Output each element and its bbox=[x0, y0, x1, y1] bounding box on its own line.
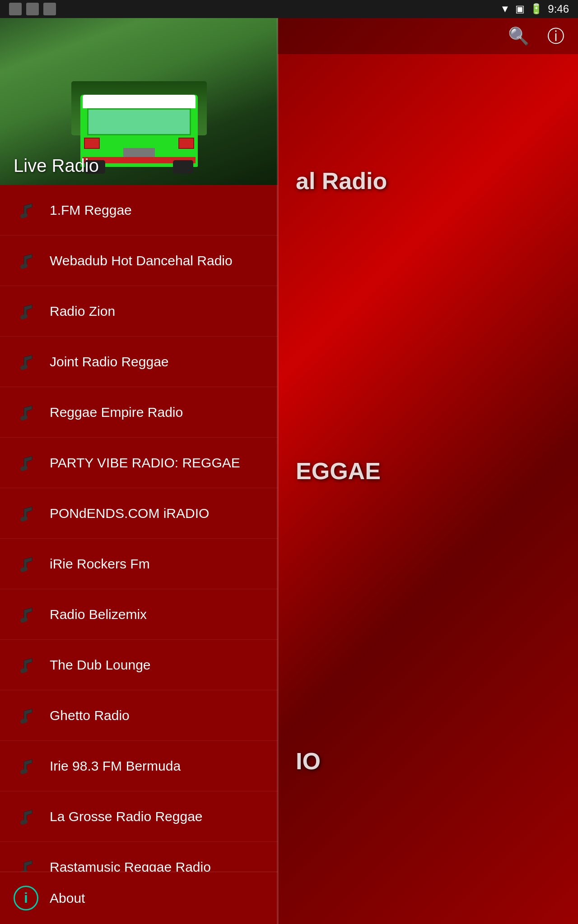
status-icon-1 bbox=[9, 3, 22, 15]
menu-item-dub-lounge[interactable]: The Dub Lounge bbox=[0, 640, 278, 690]
menu-item-label: Reggae Empire Radio bbox=[50, 403, 183, 421]
music-note-icon bbox=[14, 855, 38, 872]
music-note-icon bbox=[14, 501, 38, 526]
menu-item-la-grosse[interactable]: La Grosse Radio Reggae bbox=[0, 791, 278, 842]
panel-divider bbox=[277, 18, 279, 924]
right-panel-background: al Radio EGGAE IO bbox=[278, 18, 578, 924]
music-note-icon bbox=[14, 248, 38, 273]
menu-item-1fm-reggae[interactable]: 1.FM Reggae bbox=[0, 185, 278, 236]
about-icon: i bbox=[14, 886, 38, 910]
menu-item-label: Ghetto Radio bbox=[50, 707, 130, 724]
svg-point-7 bbox=[23, 365, 28, 369]
menu-item-label: Webadub Hot Dancehal Radio bbox=[50, 252, 233, 269]
menu-item-radio-zion[interactable]: Radio Zion bbox=[0, 286, 278, 337]
menu-item-irie-rockers[interactable]: iRie Rockers Fm bbox=[0, 539, 278, 589]
about-label: About bbox=[50, 891, 85, 906]
wifi-icon: ▼ bbox=[500, 3, 510, 15]
menu-list[interactable]: 1.FM Reggae Webadub Hot Dancehal Radio bbox=[0, 185, 278, 872]
left-drawer: Live Radio 1.FM Reggae Webadub bbox=[0, 18, 278, 924]
menu-item-rastamusic[interactable]: Rastamusic Reggae Radio bbox=[0, 842, 278, 872]
menu-item-label: Radio Zion bbox=[50, 302, 115, 320]
menu-item-label: Rastamusic Reggae Radio bbox=[50, 858, 211, 872]
menu-item-label: iRie Rockers Fm bbox=[50, 555, 150, 573]
svg-point-11 bbox=[23, 466, 28, 470]
status-left-icons bbox=[9, 3, 56, 15]
status-icon-3 bbox=[43, 3, 56, 15]
menu-item-joint-radio[interactable]: Joint Radio Reggae bbox=[0, 337, 278, 387]
menu-item-pondends[interactable]: PONdENDS.COM iRADIO bbox=[0, 488, 278, 539]
menu-item-ghetto-radio[interactable]: Ghetto Radio bbox=[0, 690, 278, 741]
music-note-icon bbox=[14, 602, 38, 627]
search-icon[interactable]: 🔍 bbox=[508, 26, 529, 46]
menu-item-label: PONdENDS.COM iRADIO bbox=[50, 504, 209, 522]
music-note-icon bbox=[14, 804, 38, 829]
svg-point-21 bbox=[23, 718, 28, 723]
right-panel-text-2: EGGAE bbox=[296, 457, 560, 485]
svg-point-19 bbox=[23, 668, 28, 672]
menu-item-label: Radio Belizemix bbox=[50, 605, 147, 623]
menu-item-label: Joint Radio Reggae bbox=[50, 353, 169, 370]
status-right-icons: ▼ ▣ 🔋 9:46 bbox=[500, 3, 569, 15]
svg-point-13 bbox=[23, 516, 28, 521]
status-time: 9:46 bbox=[548, 3, 569, 15]
about-menu-item[interactable]: i About bbox=[0, 872, 278, 924]
menu-item-radio-belizemix[interactable]: Radio Belizemix bbox=[0, 589, 278, 640]
battery-icon: 🔋 bbox=[530, 3, 542, 15]
svg-point-3 bbox=[23, 263, 28, 268]
status-bar: ▼ ▣ 🔋 9:46 bbox=[0, 0, 578, 18]
music-note-icon bbox=[14, 753, 38, 778]
right-panel-text-3: IO bbox=[296, 748, 560, 775]
header-image: Live Radio bbox=[0, 18, 278, 185]
header-title: Live Radio bbox=[14, 156, 99, 176]
music-note-icon bbox=[14, 450, 38, 475]
music-note-icon bbox=[14, 198, 38, 222]
status-icon-2 bbox=[26, 3, 39, 15]
svg-point-25 bbox=[23, 819, 28, 824]
svg-point-15 bbox=[23, 567, 28, 571]
menu-item-party-vibe[interactable]: PARTY VIBE RADIO: REGGAE bbox=[0, 438, 278, 488]
svg-point-17 bbox=[23, 617, 28, 622]
svg-point-23 bbox=[23, 769, 28, 773]
music-note-icon bbox=[14, 703, 38, 728]
music-note-icon bbox=[14, 551, 38, 576]
menu-item-label: The Dub Lounge bbox=[50, 656, 151, 674]
music-note-icon bbox=[14, 299, 38, 323]
svg-point-9 bbox=[23, 415, 28, 420]
toolbar: 🔍 ⓘ bbox=[278, 18, 578, 54]
info-icon[interactable]: ⓘ bbox=[547, 25, 564, 48]
music-note-icon bbox=[14, 400, 38, 425]
menu-item-label: Irie 98.3 FM Bermuda bbox=[50, 757, 181, 775]
menu-item-webadub[interactable]: Webadub Hot Dancehal Radio bbox=[0, 236, 278, 286]
menu-item-label: La Grosse Radio Reggae bbox=[50, 808, 203, 825]
right-panel-text-1: al Radio bbox=[296, 167, 560, 194]
signal-icon: ▣ bbox=[515, 3, 525, 15]
svg-point-1 bbox=[23, 213, 28, 217]
music-note-icon bbox=[14, 349, 38, 374]
menu-item-label: 1.FM Reggae bbox=[50, 201, 132, 219]
music-note-icon bbox=[14, 652, 38, 677]
menu-item-label: PARTY VIBE RADIO: REGGAE bbox=[50, 454, 240, 471]
svg-point-5 bbox=[23, 314, 28, 319]
menu-item-reggae-empire[interactable]: Reggae Empire Radio bbox=[0, 387, 278, 438]
menu-item-irie-bermuda[interactable]: Irie 98.3 FM Bermuda bbox=[0, 741, 278, 791]
